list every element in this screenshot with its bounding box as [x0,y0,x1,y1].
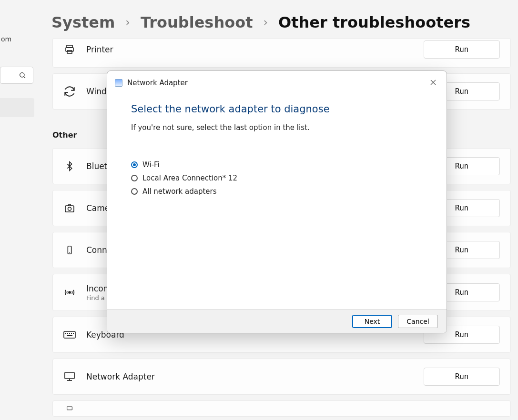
svg-rect-20 [67,407,72,410]
radio-wifi[interactable]: Wi-Fi [131,160,423,169]
svg-rect-13 [69,333,70,334]
search-icon [19,71,26,79]
next-button[interactable]: Next [352,315,392,328]
troubleshooter-title: Printer [86,45,413,54]
troubleshooter-app-icon [115,79,122,87]
run-button[interactable]: Run [424,368,500,386]
radio-icon [131,161,138,168]
printer-icon [63,44,76,55]
svg-rect-12 [67,333,68,334]
sync-icon [63,85,76,98]
breadcrumb-current: Other troubleshooters [278,13,470,31]
svg-line-1 [24,77,25,78]
run-button[interactable]: Run [424,40,500,59]
troubleshooter-item [52,400,511,417]
svg-rect-5 [65,206,74,212]
keyboard-icon [63,330,76,340]
account-stub: om [0,35,11,43]
close-button[interactable] [427,76,440,89]
svg-rect-14 [71,333,72,334]
cancel-button[interactable]: Cancel [398,315,438,328]
radio-all-adapters[interactable]: All network adapters [131,187,423,196]
phone-icon [63,245,76,255]
svg-rect-4 [67,50,72,53]
svg-rect-16 [67,335,72,336]
chevron-right-icon: › [125,16,130,29]
sidebar-selected-item[interactable] [0,98,34,117]
dialog-header-title: Network Adapter [127,79,188,87]
radio-label: Wi-Fi [142,160,160,169]
dialog-description: If you're not sure, select the last opti… [131,123,423,132]
chevron-right-icon: › [263,16,268,29]
breadcrumb-system[interactable]: System [51,13,115,31]
troubleshooter-printer: Printer Run [52,38,511,68]
radio-label: All network adapters [142,187,217,196]
broadcast-icon [63,287,76,298]
svg-point-6 [68,207,71,210]
dialog-header: Network Adapter [107,71,447,87]
monitor-icon [63,371,76,382]
svg-point-9 [69,291,71,293]
svg-point-0 [20,73,24,77]
radio-label: Local Area Connection* 12 [142,174,237,182]
printer-icon [63,405,76,412]
troubleshooter-network-adapter: Network Adapter Run [52,359,511,395]
dialog-title: Select the network adapter to diagnose [131,103,423,115]
svg-rect-15 [73,333,74,334]
search-input[interactable] [0,67,33,84]
svg-rect-17 [65,372,74,379]
camera-icon [63,202,76,214]
svg-rect-10 [64,331,75,338]
troubleshooter-title: Network Adapter [86,372,413,381]
radio-icon [131,175,138,181]
radio-icon [131,188,138,195]
network-adapter-dialog: Network Adapter Select the network adapt… [107,70,447,333]
breadcrumb: System › Troubleshoot › Other troublesho… [51,13,470,31]
breadcrumb-troubleshoot[interactable]: Troubleshoot [141,13,253,31]
dialog-footer: Next Cancel [107,309,447,333]
bluetooth-icon [63,161,76,171]
radio-local-area-connection[interactable]: Local Area Connection* 12 [131,174,423,182]
svg-rect-11 [65,333,66,334]
